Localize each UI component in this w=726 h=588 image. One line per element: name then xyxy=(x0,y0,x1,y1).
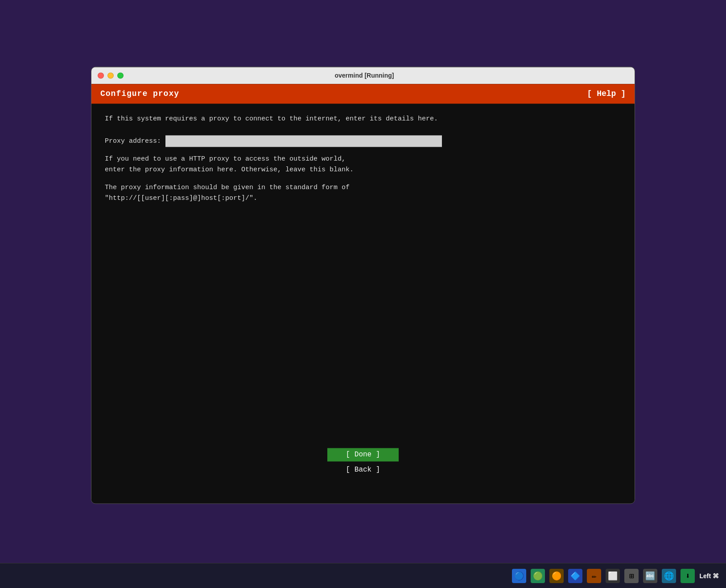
taskbar-icon-3[interactable]: 🟠 xyxy=(549,569,564,583)
done-button[interactable]: [ Done ] xyxy=(327,448,399,461)
keyboard-shortcut-label: Left ⌘ xyxy=(699,572,719,580)
taskbar-icon-7[interactable]: ⊞ xyxy=(624,569,639,583)
taskbar-icon-10[interactable]: ⬇ xyxy=(681,569,695,583)
titlebar: overmind [Running] xyxy=(91,67,635,84)
buttons-area: [ Done ] [ Back ] xyxy=(327,448,399,476)
main-window: overmind [Running] Configure proxy [ Hel… xyxy=(91,66,635,504)
back-button[interactable]: [ Back ] xyxy=(327,463,399,476)
window-title: overmind [Running] xyxy=(127,72,602,79)
taskbar: 🔵 🟢 🟠 🔷 ✏️ ⬜ ⊞ 🔤 🌐 ⬇ Left ⌘ xyxy=(0,563,726,588)
proxy-row: Proxy address: xyxy=(105,135,621,147)
taskbar-icon-2[interactable]: 🟢 xyxy=(531,569,545,583)
configure-proxy-title: Configure proxy xyxy=(100,89,179,98)
maximize-button[interactable] xyxy=(117,72,124,79)
help-paragraph-1: If you need to use a HTTP proxy to acces… xyxy=(105,154,621,175)
proxy-label: Proxy address: xyxy=(105,135,161,147)
taskbar-icon-8[interactable]: 🔤 xyxy=(643,569,657,583)
terminal-area: Configure proxy [ Help ] If this system … xyxy=(91,84,635,503)
close-button[interactable] xyxy=(98,72,104,79)
header-bar: Configure proxy [ Help ] xyxy=(91,84,635,104)
minimize-button[interactable] xyxy=(107,72,114,79)
help-button[interactable]: [ Help ] xyxy=(587,89,626,98)
taskbar-icon-6[interactable]: ⬜ xyxy=(606,569,620,583)
taskbar-icon-9[interactable]: 🌐 xyxy=(662,569,676,583)
intro-text: If this system requires a proxy to conne… xyxy=(105,114,621,124)
proxy-input[interactable] xyxy=(165,135,442,147)
main-content: If this system requires a proxy to conne… xyxy=(91,104,635,503)
help-text-block: If you need to use a HTTP proxy to acces… xyxy=(105,154,621,204)
help-paragraph-2: The proxy information should be given in… xyxy=(105,182,621,204)
taskbar-icon-5[interactable]: ✏️ xyxy=(587,569,601,583)
taskbar-icon-4[interactable]: 🔷 xyxy=(568,569,582,583)
taskbar-icon-1[interactable]: 🔵 xyxy=(512,569,526,583)
